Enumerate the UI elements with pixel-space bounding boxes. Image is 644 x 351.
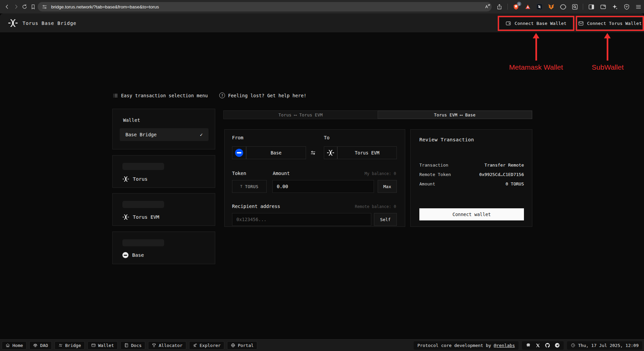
annotation-box-torus-wallet: Connect Torus Wallet — [576, 16, 644, 31]
site-settings-icon — [42, 4, 47, 9]
footer-link-label: Explorer — [200, 343, 221, 348]
menu-icon[interactable] — [635, 3, 642, 10]
self-button[interactable]: Self — [374, 213, 397, 226]
brave-shield-icon[interactable]: 1 — [512, 3, 520, 10]
brave-rewards-icon[interactable] — [524, 3, 531, 10]
selected-bridge-label: Base Bridge — [125, 132, 157, 137]
forward-button[interactable] — [12, 2, 21, 11]
amount-input[interactable] — [272, 180, 374, 193]
toolbar-divider — [507, 4, 508, 10]
search-card-extension-icon[interactable] — [571, 3, 578, 10]
globe-icon — [231, 343, 235, 348]
footer-nav: Home DAO Bridge Wallet Docs Allocator Ex… — [2, 341, 257, 350]
credit-text: Protocol core development by — [417, 343, 491, 348]
footer-link-portal[interactable]: Portal — [227, 341, 257, 350]
review-transaction-card: Review Transaction TransactionTransfer R… — [410, 129, 532, 227]
token-label: Token — [232, 171, 246, 176]
torus-evm-icon — [122, 214, 129, 220]
footer-bar: Home DAO Bridge Wallet Docs Allocator Ex… — [0, 339, 644, 351]
share-icon[interactable] — [496, 3, 503, 10]
browser-toolbar: bridge.torus.network/?tab=base&from=base… — [0, 0, 644, 13]
check-icon: ✓ — [200, 132, 203, 137]
bridge-swap-icon — [58, 343, 63, 348]
reload-button[interactable] — [20, 2, 29, 11]
review-row-transaction: TransactionTransfer Remote — [419, 163, 524, 168]
recipient-label: Recipient address — [232, 204, 280, 209]
discord-icon[interactable] — [526, 343, 531, 348]
vpn-shield-icon[interactable] — [623, 3, 630, 10]
sidebar-panel-icon[interactable] — [588, 3, 595, 10]
recipient-address-input[interactable] — [232, 213, 371, 226]
telescope-icon — [193, 343, 197, 348]
review-title: Review Transaction — [419, 137, 474, 142]
goblet-icon — [152, 343, 156, 348]
tab-torus-torus-evm[interactable]: Torus ⟷ Torus EVM — [224, 111, 378, 119]
max-button[interactable]: Max — [378, 180, 397, 193]
from-network-name: Base — [271, 150, 282, 155]
app-header: Torus Base Bridge Connect Base Wallet Co… — [0, 13, 644, 32]
network-card-torus[interactable]: Torus — [112, 155, 215, 188]
base-logo-icon — [235, 149, 243, 157]
translate-icon[interactable] — [484, 3, 491, 10]
swap-direction-icon[interactable] — [310, 149, 316, 156]
footer-link-bridge[interactable]: Bridge — [54, 341, 85, 350]
to-label: To — [324, 135, 330, 140]
footer-link-allocator[interactable]: Allocator — [148, 341, 186, 350]
network-row-torus: Torus — [122, 176, 148, 182]
question-icon: ? — [219, 93, 225, 98]
stamp-extension-icon[interactable] — [559, 3, 567, 10]
annotation-label-subwallet: SubWallet — [592, 63, 624, 71]
telegram-icon[interactable] — [555, 343, 560, 348]
footer-link-docs[interactable]: Docs — [120, 341, 145, 350]
to-network-icon-box — [324, 146, 337, 159]
github-icon[interactable] — [545, 343, 550, 348]
connect-wallet-button[interactable]: Connect wallet — [419, 208, 524, 220]
clock-icon — [571, 343, 575, 348]
home-icon — [5, 343, 10, 348]
transaction-menu-link[interactable]: Easy transaction selection menu — [113, 93, 208, 98]
my-balance-text: My balance: 0 — [365, 171, 396, 176]
renlabs-link[interactable]: @renlabs — [494, 343, 515, 348]
torus-evm-logo-icon — [327, 149, 334, 156]
bookmark-icon[interactable] — [29, 2, 37, 11]
connect-base-wallet-button[interactable]: Connect Base Wallet — [499, 17, 573, 30]
review-label: Transaction — [419, 163, 448, 168]
footer-link-label: DAO — [40, 343, 48, 348]
helper-row: Easy transaction selection menu ? Feelin… — [113, 93, 306, 98]
connect-torus-wallet-label: Connect Torus Wallet — [587, 21, 642, 26]
to-network-select[interactable]: Torus EVM — [337, 146, 397, 159]
datetime-text: Thu, 17 Jul 2025, 12:09 — [578, 343, 639, 348]
back-button[interactable] — [3, 2, 11, 11]
balance-skeleton — [122, 201, 164, 208]
footer-link-label: Home — [12, 343, 23, 348]
tab-torus-evm-base[interactable]: Torus EVM ⟷ Base — [378, 111, 532, 119]
connect-torus-wallet-button[interactable]: Connect Torus Wallet — [577, 17, 643, 30]
subwallet-extension-icon[interactable] — [536, 3, 543, 10]
x-icon[interactable] — [535, 343, 540, 348]
footer-link-explorer[interactable]: Explorer — [189, 341, 225, 350]
review-label: Remote Token — [419, 172, 451, 177]
to-network-name: Torus EVM — [355, 150, 379, 155]
footer-link-wallet[interactable]: Wallet — [87, 341, 118, 350]
get-help-link[interactable]: ? Feeling lost? Get help here! — [219, 93, 306, 98]
browser-extensions-area: 1 — [484, 0, 642, 13]
from-network-select[interactable]: Base — [246, 146, 306, 159]
token-symbol: TORUS — [245, 184, 258, 189]
leo-ai-icon[interactable] — [611, 3, 618, 10]
metamask-extension-icon[interactable] — [547, 3, 555, 10]
brave-wallet-icon[interactable] — [599, 3, 607, 10]
token-select[interactable]: T TORUS — [232, 180, 267, 193]
network-card-base[interactable]: Base — [112, 232, 215, 264]
footer-link-home[interactable]: Home — [2, 341, 27, 350]
url-bar[interactable]: bridge.torus.network/?tab=base&from=base… — [38, 2, 492, 11]
sidebar-item-base-bridge[interactable]: Base Bridge ✓ — [120, 128, 209, 141]
credit-chip: Protocol core development by @renlabs — [414, 341, 519, 350]
footer-link-dao[interactable]: DAO — [29, 341, 51, 350]
base-icon — [122, 252, 128, 258]
amount-label: Amount — [273, 171, 290, 176]
toolbar-divider — [583, 4, 583, 10]
network-card-torus-evm[interactable]: Torus EVM — [112, 193, 215, 226]
network-name: Base — [132, 252, 144, 258]
review-label: Amount — [419, 181, 435, 186]
review-value: 0 TORUS — [505, 181, 524, 186]
